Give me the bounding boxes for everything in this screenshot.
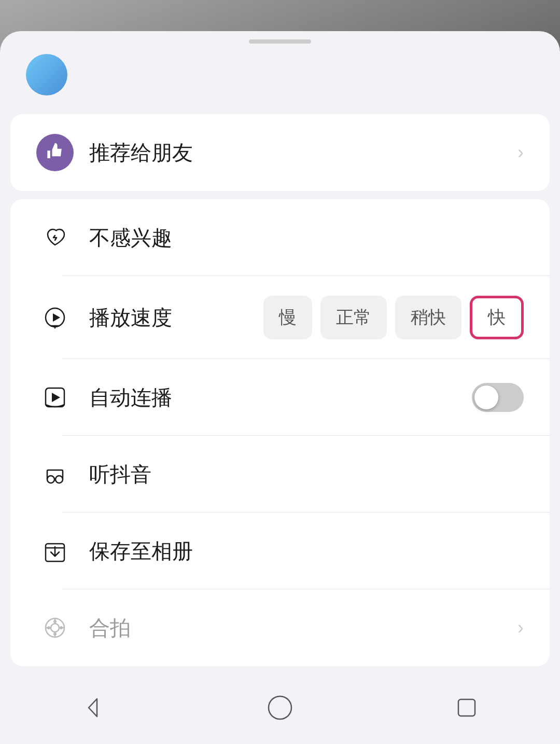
save-label: 保存至相册 bbox=[89, 537, 524, 566]
not-interested-label: 不感兴趣 bbox=[89, 224, 524, 252]
avatar-row bbox=[0, 44, 560, 106]
svg-point-7 bbox=[55, 476, 63, 483]
back-icon bbox=[80, 695, 106, 721]
nav-back-button[interactable] bbox=[73, 687, 114, 728]
collab-item[interactable]: 合拍 › bbox=[10, 589, 550, 666]
svg-point-17 bbox=[269, 696, 291, 719]
speed-btn-normal[interactable]: 正常 bbox=[320, 296, 387, 339]
svg-point-11 bbox=[51, 624, 59, 632]
autoplay-toggle-container bbox=[472, 383, 524, 412]
not-interested-icon bbox=[36, 219, 74, 256]
save-item[interactable]: 保存至相册 bbox=[10, 513, 550, 589]
recommend-card: 推荐给朋友 › bbox=[10, 114, 550, 191]
autoplay-label: 自动连播 bbox=[89, 383, 472, 412]
collab-chevron: › bbox=[517, 617, 524, 639]
nav-home-button[interactable] bbox=[259, 687, 301, 728]
collab-label: 合拍 bbox=[89, 614, 517, 642]
svg-point-13 bbox=[53, 632, 57, 636]
recommend-label: 推荐给朋友 bbox=[89, 139, 517, 167]
bottom-sheet: 推荐给朋友 › 不感兴趣 bbox=[0, 31, 560, 744]
drag-indicator[interactable] bbox=[249, 39, 311, 44]
svg-point-15 bbox=[60, 626, 63, 629]
autoplay-toggle[interactable] bbox=[472, 383, 524, 412]
nav-recents-button[interactable] bbox=[446, 687, 487, 728]
speed-btn-slow[interactable]: 慢 bbox=[263, 296, 312, 339]
not-interested-item[interactable]: 不感兴趣 bbox=[10, 199, 550, 276]
speed-btn-slightly-fast[interactable]: 稍快 bbox=[395, 296, 461, 339]
save-icon bbox=[36, 532, 74, 570]
speed-controls: 慢 正常 稍快 快 bbox=[263, 296, 524, 339]
listen-icon bbox=[36, 456, 74, 493]
recommend-chevron: › bbox=[517, 142, 524, 163]
playback-speed-item[interactable]: 播放速度 慢 正常 稍快 快 bbox=[10, 276, 550, 359]
recents-icon bbox=[454, 695, 479, 720]
speed-btn-fast[interactable]: 快 bbox=[470, 296, 524, 339]
autoplay-icon bbox=[36, 379, 74, 416]
options-card: 不感兴趣 播放速度 慢 正常 稍快 快 bbox=[10, 199, 550, 666]
recommend-item[interactable]: 推荐给朋友 › bbox=[10, 114, 550, 191]
listen-label: 听抖音 bbox=[89, 460, 524, 489]
svg-marker-1 bbox=[53, 313, 60, 322]
svg-rect-18 bbox=[458, 699, 475, 716]
thumbs-up-icon bbox=[44, 141, 66, 164]
home-icon bbox=[266, 694, 294, 722]
nav-bar bbox=[0, 682, 560, 744]
svg-point-14 bbox=[47, 626, 50, 629]
listen-item[interactable]: 听抖音 bbox=[10, 436, 550, 513]
playback-speed-label: 播放速度 bbox=[89, 304, 263, 332]
autoplay-item[interactable]: 自动连播 bbox=[10, 359, 550, 436]
svg-marker-16 bbox=[89, 699, 97, 717]
avatar bbox=[26, 54, 67, 95]
recommend-icon bbox=[36, 134, 74, 171]
playback-speed-icon bbox=[36, 299, 74, 336]
collab-icon bbox=[36, 609, 74, 646]
svg-point-12 bbox=[53, 620, 57, 623]
svg-marker-5 bbox=[52, 393, 60, 402]
toggle-knob bbox=[474, 385, 498, 409]
svg-point-6 bbox=[47, 476, 54, 483]
